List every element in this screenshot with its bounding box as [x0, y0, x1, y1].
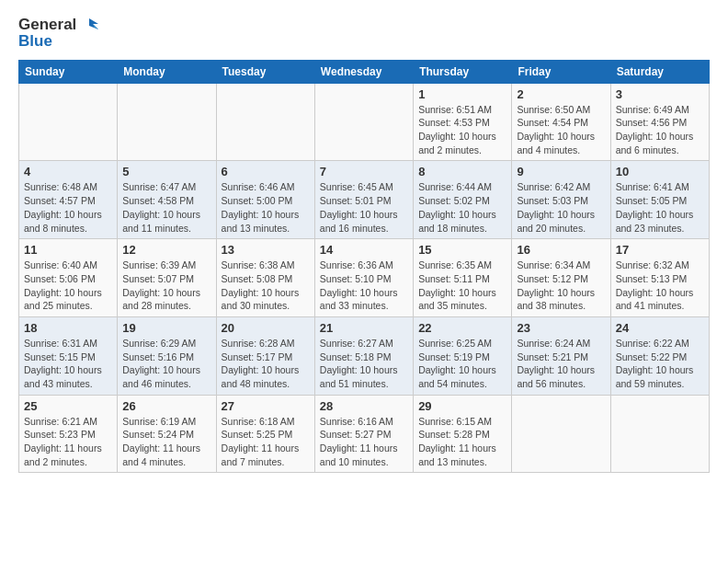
calendar-cell: 8Sunrise: 6:44 AM Sunset: 5:02 PM Daylig… [414, 161, 512, 239]
day-number: 12 [122, 243, 210, 257]
day-number: 1 [418, 87, 506, 101]
day-info: Sunrise: 6:16 AM Sunset: 5:27 PM Dayligh… [320, 415, 408, 469]
logo-general-text: General [18, 17, 76, 34]
day-header-tuesday: Tuesday [216, 60, 314, 83]
day-info: Sunrise: 6:34 AM Sunset: 5:12 PM Dayligh… [517, 259, 605, 313]
day-info: Sunrise: 6:25 AM Sunset: 5:19 PM Dayligh… [418, 337, 506, 391]
calendar-cell: 4Sunrise: 6:48 AM Sunset: 4:57 PM Daylig… [19, 161, 118, 239]
day-number: 6 [222, 165, 310, 178]
day-number: 8 [418, 165, 506, 178]
day-number: 27 [222, 399, 310, 413]
day-number: 22 [418, 321, 506, 335]
day-info: Sunrise: 6:27 AM Sunset: 5:18 PM Dayligh… [320, 337, 408, 391]
day-number: 29 [418, 399, 506, 413]
calendar-cell: 25Sunrise: 6:21 AM Sunset: 5:23 PM Dayli… [19, 395, 118, 473]
calendar-cell: 1Sunrise: 6:51 AM Sunset: 4:53 PM Daylig… [414, 83, 512, 161]
day-number: 5 [122, 165, 210, 178]
day-number: 26 [122, 399, 210, 413]
day-number: 10 [616, 165, 704, 178]
day-number: 2 [517, 87, 605, 101]
calendar-cell: 16Sunrise: 6:34 AM Sunset: 5:12 PM Dayli… [512, 239, 610, 317]
calendar-cell: 29Sunrise: 6:15 AM Sunset: 5:28 PM Dayli… [414, 395, 512, 473]
calendar-cell: 28Sunrise: 6:16 AM Sunset: 5:27 PM Dayli… [314, 395, 413, 473]
logo-bird-icon [78, 15, 98, 35]
calendar-cell: 22Sunrise: 6:25 AM Sunset: 5:19 PM Dayli… [414, 316, 512, 395]
day-info: Sunrise: 6:44 AM Sunset: 5:02 PM Dayligh… [418, 180, 506, 235]
calendar-cell: 14Sunrise: 6:36 AM Sunset: 5:10 PM Dayli… [314, 239, 413, 317]
day-header-monday: Monday [118, 60, 216, 83]
day-info: Sunrise: 6:31 AM Sunset: 5:15 PM Dayligh… [24, 337, 112, 391]
day-info: Sunrise: 6:51 AM Sunset: 4:53 PM Dayligh… [418, 103, 506, 157]
day-number: 24 [616, 321, 704, 335]
day-info: Sunrise: 6:38 AM Sunset: 5:08 PM Dayligh… [222, 259, 310, 313]
logo-blue-text: Blue [18, 33, 52, 51]
calendar-cell: 11Sunrise: 6:40 AM Sunset: 5:06 PM Dayli… [19, 239, 118, 317]
day-info: Sunrise: 6:15 AM Sunset: 5:28 PM Dayligh… [418, 415, 506, 469]
day-number: 14 [320, 243, 408, 257]
calendar-cell: 21Sunrise: 6:27 AM Sunset: 5:18 PM Dayli… [314, 316, 413, 395]
calendar-cell: 27Sunrise: 6:18 AM Sunset: 5:25 PM Dayli… [216, 395, 314, 473]
day-number: 3 [616, 87, 704, 101]
calendar-cell [216, 83, 314, 161]
day-number: 19 [122, 321, 210, 335]
days-header-row: SundayMondayTuesdayWednesdayThursdayFrid… [19, 60, 710, 83]
day-number: 16 [517, 243, 605, 257]
calendar-cell: 12Sunrise: 6:39 AM Sunset: 5:07 PM Dayli… [118, 239, 216, 317]
day-info: Sunrise: 6:47 AM Sunset: 4:58 PM Dayligh… [122, 180, 210, 235]
day-info: Sunrise: 6:18 AM Sunset: 5:25 PM Dayligh… [222, 415, 310, 469]
day-number: 11 [24, 243, 112, 257]
calendar-cell: 2Sunrise: 6:50 AM Sunset: 4:54 PM Daylig… [512, 83, 610, 161]
calendar-cell: 20Sunrise: 6:28 AM Sunset: 5:17 PM Dayli… [216, 316, 314, 395]
day-info: Sunrise: 6:49 AM Sunset: 4:56 PM Dayligh… [616, 103, 704, 157]
day-info: Sunrise: 6:32 AM Sunset: 5:13 PM Dayligh… [616, 259, 704, 313]
day-info: Sunrise: 6:39 AM Sunset: 5:07 PM Dayligh… [122, 259, 210, 313]
calendar-cell: 9Sunrise: 6:42 AM Sunset: 5:03 PM Daylig… [512, 161, 610, 239]
day-info: Sunrise: 6:42 AM Sunset: 5:03 PM Dayligh… [517, 180, 605, 235]
day-number: 9 [517, 165, 605, 178]
calendar-cell [118, 83, 216, 161]
day-number: 25 [24, 399, 112, 413]
day-header-friday: Friday [512, 60, 610, 83]
calendar-cell [314, 83, 413, 161]
day-info: Sunrise: 6:22 AM Sunset: 5:22 PM Dayligh… [616, 337, 704, 391]
day-info: Sunrise: 6:40 AM Sunset: 5:06 PM Dayligh… [24, 259, 112, 313]
day-info: Sunrise: 6:45 AM Sunset: 5:01 PM Dayligh… [320, 180, 408, 235]
calendar-table: SundayMondayTuesdayWednesdayThursdayFrid… [18, 60, 710, 474]
logo: General Blue [18, 15, 98, 51]
calendar-cell: 23Sunrise: 6:24 AM Sunset: 5:21 PM Dayli… [512, 316, 610, 395]
day-header-saturday: Saturday [610, 60, 709, 83]
day-number: 18 [24, 321, 112, 335]
week-row-3: 11Sunrise: 6:40 AM Sunset: 5:06 PM Dayli… [19, 239, 710, 317]
day-info: Sunrise: 6:35 AM Sunset: 5:11 PM Dayligh… [418, 259, 506, 313]
day-info: Sunrise: 6:46 AM Sunset: 5:00 PM Dayligh… [222, 180, 310, 235]
calendar-cell: 15Sunrise: 6:35 AM Sunset: 5:11 PM Dayli… [414, 239, 512, 317]
day-info: Sunrise: 6:21 AM Sunset: 5:23 PM Dayligh… [24, 415, 112, 469]
day-header-wednesday: Wednesday [314, 60, 413, 83]
calendar-cell: 24Sunrise: 6:22 AM Sunset: 5:22 PM Dayli… [610, 316, 709, 395]
day-number: 4 [24, 165, 112, 178]
calendar-cell: 10Sunrise: 6:41 AM Sunset: 5:05 PM Dayli… [610, 161, 709, 239]
day-number: 15 [418, 243, 506, 257]
day-info: Sunrise: 6:50 AM Sunset: 4:54 PM Dayligh… [517, 103, 605, 157]
day-number: 23 [517, 321, 605, 335]
calendar-cell: 7Sunrise: 6:45 AM Sunset: 5:01 PM Daylig… [314, 161, 413, 239]
calendar-cell: 18Sunrise: 6:31 AM Sunset: 5:15 PM Dayli… [19, 316, 118, 395]
day-header-sunday: Sunday [19, 60, 118, 83]
calendar-cell: 13Sunrise: 6:38 AM Sunset: 5:08 PM Dayli… [216, 239, 314, 317]
day-info: Sunrise: 6:29 AM Sunset: 5:16 PM Dayligh… [122, 337, 210, 391]
day-info: Sunrise: 6:41 AM Sunset: 5:05 PM Dayligh… [616, 180, 704, 235]
calendar-cell: 6Sunrise: 6:46 AM Sunset: 5:00 PM Daylig… [216, 161, 314, 239]
calendar-cell: 19Sunrise: 6:29 AM Sunset: 5:16 PM Dayli… [118, 316, 216, 395]
calendar-cell: 17Sunrise: 6:32 AM Sunset: 5:13 PM Dayli… [610, 239, 709, 317]
day-info: Sunrise: 6:19 AM Sunset: 5:24 PM Dayligh… [122, 415, 210, 469]
week-row-1: 1Sunrise: 6:51 AM Sunset: 4:53 PM Daylig… [19, 83, 710, 161]
day-number: 7 [320, 165, 408, 178]
calendar-cell [19, 83, 118, 161]
week-row-2: 4Sunrise: 6:48 AM Sunset: 4:57 PM Daylig… [19, 161, 710, 239]
day-info: Sunrise: 6:48 AM Sunset: 4:57 PM Dayligh… [24, 180, 112, 235]
day-number: 17 [616, 243, 704, 257]
day-info: Sunrise: 6:28 AM Sunset: 5:17 PM Dayligh… [222, 337, 310, 391]
svg-marker-0 [89, 18, 98, 29]
week-row-5: 25Sunrise: 6:21 AM Sunset: 5:23 PM Dayli… [19, 395, 710, 473]
day-number: 20 [222, 321, 310, 335]
